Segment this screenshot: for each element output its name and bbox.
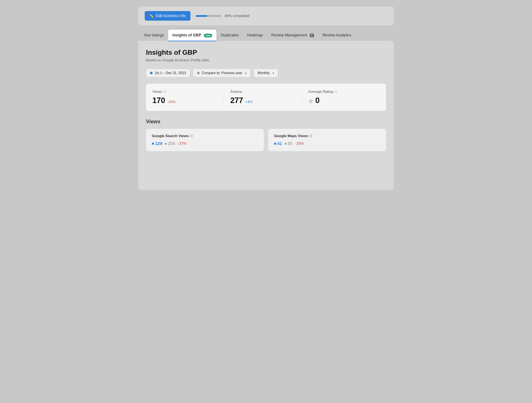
views-info-icon[interactable]: ⓘ [163,90,166,94]
progress-text: 46% completed [224,14,249,18]
google-search-info-icon[interactable]: ⓘ [190,134,193,138]
review-management-badge: 9 [310,34,314,37]
edit-business-info-button[interactable]: ✏️ Edit business info [145,11,190,21]
views-section-title: Views [146,119,386,125]
actions-change: +4% [245,100,253,104]
granularity-label: Monthly [258,71,270,75]
views-change: -34% [167,100,176,104]
chevron-down-icon: ▾ [245,71,247,75]
top-bar: ✏️ Edit business info 46% completed [138,6,394,25]
avg-rating-number: 0 [315,96,320,105]
blue-dot-icon [150,72,152,74]
google-search-previous: 204 [165,141,175,146]
stats-card: Views ⓘ 170 -34% Actions 277 +4% [146,84,386,111]
tab-review-analytics[interactable]: Review Analytics [318,30,356,41]
avg-rating-stat: Average Rating ⓘ ☆ 0 [302,90,380,105]
pencil-icon: ✏️ [149,14,154,18]
google-search-change: -37% [178,141,187,146]
gray-dot-sm-maps [285,143,287,145]
star-icon: ☆ [308,98,313,104]
progress-bar-fill [196,15,207,17]
google-search-views-stats: 129 204 -37% [152,141,258,146]
google-maps-views-stats: 41 55 -25% [274,141,380,146]
main-content: Insights of GBP Based on Google Business… [138,41,394,190]
granularity-filter[interactable]: Monthly ▾ [254,69,278,77]
avg-rating-label: Average Rating ⓘ [308,90,373,94]
tab-your-listings[interactable]: Your listings [139,30,168,41]
tab-duplicates[interactable]: Duplicates [216,30,243,41]
filter-row: Jul 1 – Dec 31, 2023 Compare to: Previou… [146,69,386,77]
tab-review-management[interactable]: Review Management 9 [267,30,318,41]
actions-number: 277 [230,96,243,105]
views-section: Views Google Search Views ⓘ 129 [146,119,386,151]
new-badge: new [204,34,212,38]
date-range-filter[interactable]: Jul 1 – Dec 31, 2023 [146,69,190,77]
google-search-views-card: Google Search Views ⓘ 129 204 -37% [146,129,264,151]
google-maps-change: -25% [295,141,304,146]
views-stat: Views ⓘ 170 -34% [152,90,224,105]
gray-dot-sm [165,143,167,145]
blue-dot-sm [152,143,154,145]
google-maps-views-card: Google Maps Views ⓘ 41 55 -25% [268,129,386,151]
google-maps-previous: 55 [285,141,292,146]
nav-tabs: Your listings Insights of GBP new Duplic… [138,30,356,41]
page-title: Insights of GBP [146,49,386,56]
google-maps-current: 41 [274,141,282,146]
views-number: 170 [152,96,165,105]
views-label: Views ⓘ [152,90,217,94]
page-subtitle: Based on Google Business Profile data. [146,58,386,62]
gray-dot-icon [197,72,200,74]
google-maps-info-icon[interactable]: ⓘ [309,134,312,138]
google-search-views-title: Google Search Views ⓘ [152,134,258,138]
tab-insights-gbp[interactable]: Insights of GBP new [168,30,216,41]
actions-stat: Actions 277 +4% [224,90,302,105]
avg-rating-info-icon[interactable]: ⓘ [335,90,337,94]
nav-tab-container: Your listings Insights of GBP new Duplic… [138,30,394,41]
views-value-row: 170 -34% [152,96,217,105]
progress-container: 46% completed [196,14,249,18]
blue-dot-sm-maps [274,143,276,145]
tab-heatmap[interactable]: Heatmap [243,30,267,41]
chevron-down-icon: ▾ [272,71,274,75]
compare-to-filter[interactable]: Compare to: Previous year ▾ [193,69,251,77]
actions-label: Actions [230,90,295,94]
google-search-current: 129 [152,141,162,146]
date-range-label: Jul 1 – Dec 31, 2023 [155,71,186,75]
compare-to-label: Compare to: Previous year [202,71,242,75]
progress-bar-track [196,15,221,17]
google-maps-views-title: Google Maps Views ⓘ [274,134,380,138]
actions-value-row: 277 +4% [230,96,295,105]
avg-rating-value-row: ☆ 0 [308,96,373,105]
views-grid: Google Search Views ⓘ 129 204 -37% [146,129,386,151]
